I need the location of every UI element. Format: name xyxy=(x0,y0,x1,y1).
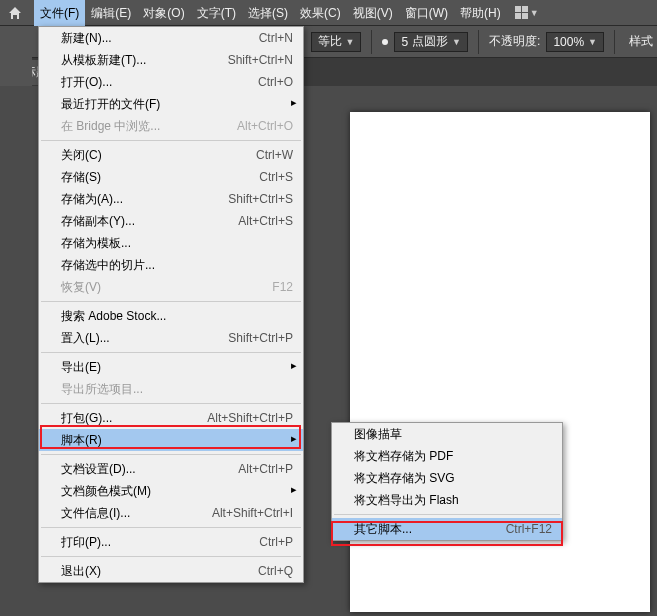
script-submenu-item[interactable]: 其它脚本...Ctrl+F12 xyxy=(332,518,562,540)
menu-item-label: 文件信息(I)... xyxy=(61,505,188,522)
menu-item-shortcut: Shift+Ctrl+N xyxy=(228,53,293,67)
file-menu-item: 在 Bridge 中浏览...Alt+Ctrl+O xyxy=(39,115,303,137)
menu-item-shortcut: Ctrl+W xyxy=(256,148,293,162)
bullet-icon xyxy=(382,39,388,45)
arrange-documents-icon[interactable]: ▼ xyxy=(515,6,539,19)
menu-item-shortcut: Ctrl+S xyxy=(259,170,293,184)
opacity-label: 不透明度: xyxy=(489,33,540,50)
file-menu-item[interactable]: 存储为(A)...Shift+Ctrl+S xyxy=(39,188,303,210)
opacity-field[interactable]: 100%▼ xyxy=(546,32,604,52)
menu-item-label: 打包(G)... xyxy=(61,410,183,427)
menu-item-shortcut: Alt+Shift+Ctrl+I xyxy=(212,506,293,520)
menu-文字(T)[interactable]: 文字(T) xyxy=(191,0,242,26)
file-menu-item: 导出所选项目... xyxy=(39,378,303,400)
file-menu-item[interactable]: 打包(G)...Alt+Shift+Ctrl+P xyxy=(39,407,303,429)
menu-item-label: 存储选中的切片... xyxy=(61,257,293,274)
menu-item-shortcut: Alt+Ctrl+S xyxy=(238,214,293,228)
left-panel-strip xyxy=(0,26,32,86)
menu-item-shortcut: Shift+Ctrl+P xyxy=(228,331,293,345)
menu-item-shortcut: Ctrl+F12 xyxy=(506,522,552,536)
menu-item-label: 将文档存储为 PDF xyxy=(354,448,552,465)
menu-item-label: 文档设置(D)... xyxy=(61,461,214,478)
menu-编辑(E)[interactable]: 编辑(E) xyxy=(85,0,137,26)
menu-item-shortcut: Ctrl+N xyxy=(259,31,293,45)
file-menu-item[interactable]: 最近打开的文件(F) xyxy=(39,93,303,115)
file-menu-item[interactable]: 文档颜色模式(M) xyxy=(39,480,303,502)
stroke-width-field[interactable]: 5 点圆形 ▼ xyxy=(394,32,468,52)
file-menu-item[interactable]: 退出(X)Ctrl+Q xyxy=(39,560,303,582)
file-menu-item[interactable]: 存储为模板... xyxy=(39,232,303,254)
menu-item-label: 将文档存储为 SVG xyxy=(354,470,552,487)
file-menu-item[interactable]: 搜索 Adobe Stock... xyxy=(39,305,303,327)
home-icon[interactable] xyxy=(4,2,26,24)
file-menu-item[interactable]: 置入(L)...Shift+Ctrl+P xyxy=(39,327,303,349)
menu-item-label: 导出所选项目... xyxy=(61,381,293,398)
menu-item-shortcut: Ctrl+P xyxy=(259,535,293,549)
menu-item-label: 搜索 Adobe Stock... xyxy=(61,308,293,325)
menu-item-label: 新建(N)... xyxy=(61,30,235,47)
menu-item-shortcut: Alt+Shift+Ctrl+P xyxy=(207,411,293,425)
menu-item-label: 导出(E) xyxy=(61,359,293,376)
file-menu-item[interactable]: 打开(O)...Ctrl+O xyxy=(39,71,303,93)
menubar: 文件(F)编辑(E)对象(O)文字(T)选择(S)效果(C)视图(V)窗口(W)… xyxy=(0,0,657,26)
menu-item-label: 最近打开的文件(F) xyxy=(61,96,293,113)
menu-item-shortcut: Alt+Ctrl+P xyxy=(238,462,293,476)
menu-窗口(W)[interactable]: 窗口(W) xyxy=(399,0,454,26)
file-menu-item[interactable]: 导出(E) xyxy=(39,356,303,378)
menu-item-label: 存储为(A)... xyxy=(61,191,204,208)
menu-item-label: 存储副本(Y)... xyxy=(61,213,214,230)
menu-item-label: 置入(L)... xyxy=(61,330,204,347)
menu-item-shortcut: Alt+Ctrl+O xyxy=(237,119,293,133)
menu-对象(O)[interactable]: 对象(O) xyxy=(137,0,190,26)
menu-item-shortcut: F12 xyxy=(272,280,293,294)
file-menu-item[interactable]: 存储副本(Y)...Alt+Ctrl+S xyxy=(39,210,303,232)
styles-label: 样式 xyxy=(625,33,657,50)
proportional-dropdown[interactable]: 等比▼ xyxy=(311,32,362,52)
file-menu-item[interactable]: 脚本(R) xyxy=(39,429,303,451)
script-submenu-item[interactable]: 图像描草 xyxy=(332,423,562,445)
menu-item-label: 恢复(V) xyxy=(61,279,248,296)
menu-item-label: 存储为模板... xyxy=(61,235,293,252)
file-menu: 新建(N)...Ctrl+N从模板新建(T)...Shift+Ctrl+N打开(… xyxy=(38,26,304,583)
menu-item-shortcut: Ctrl+O xyxy=(258,75,293,89)
menu-文件(F)[interactable]: 文件(F) xyxy=(34,0,85,26)
menu-item-label: 关闭(C) xyxy=(61,147,232,164)
file-menu-item[interactable]: 打印(P)...Ctrl+P xyxy=(39,531,303,553)
menu-item-label: 从模板新建(T)... xyxy=(61,52,204,69)
menu-帮助(H)[interactable]: 帮助(H) xyxy=(454,0,507,26)
script-submenu: 图像描草将文档存储为 PDF将文档存储为 SVG将文档导出为 Flash其它脚本… xyxy=(331,422,563,541)
file-menu-item[interactable]: 关闭(C)Ctrl+W xyxy=(39,144,303,166)
menu-item-label: 图像描草 xyxy=(354,426,552,443)
menu-视图(V)[interactable]: 视图(V) xyxy=(347,0,399,26)
menu-item-label: 其它脚本... xyxy=(354,521,482,538)
file-menu-item: 恢复(V)F12 xyxy=(39,276,303,298)
menu-选择(S)[interactable]: 选择(S) xyxy=(242,0,294,26)
script-submenu-item[interactable]: 将文档存储为 SVG xyxy=(332,467,562,489)
file-menu-item[interactable]: 文件信息(I)...Alt+Shift+Ctrl+I xyxy=(39,502,303,524)
file-menu-item[interactable]: 新建(N)...Ctrl+N xyxy=(39,27,303,49)
file-menu-item[interactable]: 文档设置(D)...Alt+Ctrl+P xyxy=(39,458,303,480)
menu-item-label: 文档颜色模式(M) xyxy=(61,483,293,500)
file-menu-item[interactable]: 存储选中的切片... xyxy=(39,254,303,276)
menu-item-label: 打印(P)... xyxy=(61,534,235,551)
menu-item-label: 退出(X) xyxy=(61,563,234,580)
menu-item-label: 在 Bridge 中浏览... xyxy=(61,118,213,135)
file-menu-item[interactable]: 存储(S)Ctrl+S xyxy=(39,166,303,188)
menu-item-shortcut: Ctrl+Q xyxy=(258,564,293,578)
file-menu-item[interactable]: 从模板新建(T)...Shift+Ctrl+N xyxy=(39,49,303,71)
menu-item-shortcut: Shift+Ctrl+S xyxy=(228,192,293,206)
script-submenu-item[interactable]: 将文档存储为 PDF xyxy=(332,445,562,467)
menu-item-label: 将文档导出为 Flash xyxy=(354,492,552,509)
script-submenu-item[interactable]: 将文档导出为 Flash xyxy=(332,489,562,511)
menu-item-label: 脚本(R) xyxy=(61,432,293,449)
menu-item-label: 打开(O)... xyxy=(61,74,234,91)
menu-item-label: 存储(S) xyxy=(61,169,235,186)
menu-效果(C)[interactable]: 效果(C) xyxy=(294,0,347,26)
